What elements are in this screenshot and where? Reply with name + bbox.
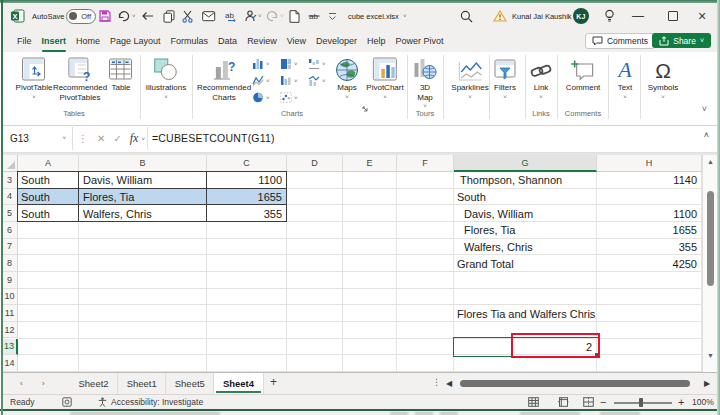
signature-dropdown-chevron[interactable]: ˅ (258, 2, 262, 30)
row-header-7[interactable]: 7 (2, 239, 18, 256)
horizontal-scroll-thumb[interactable] (460, 380, 690, 387)
waterfall-chart-button[interactable]: ˅ (308, 58, 326, 69)
insert-function-chevron[interactable]: ˅ (141, 136, 145, 142)
hierarchy-chart-button[interactable]: ˅ (280, 58, 298, 69)
enter-formula-icon[interactable]: ✓ (113, 133, 121, 144)
scroll-left-arrow[interactable]: ◀ (446, 379, 452, 388)
scroll-right-arrow[interactable]: ▶ (704, 379, 710, 388)
ribbon-tab-file[interactable]: File (12, 30, 37, 52)
comment-button[interactable]: Comment (566, 55, 601, 93)
vertical-scrollbar[interactable]: ▲ ▼ (702, 155, 718, 372)
scrollbar-drag-dots-icon[interactable]: ⋮ (432, 377, 441, 387)
pivottable-button[interactable]: PivotTable ˅ (16, 55, 53, 100)
combo-chart-button[interactable]: ˅ (308, 75, 326, 86)
row-header-9[interactable]: 9 (2, 272, 18, 289)
scatter-chart-button[interactable]: ˅ (280, 92, 298, 103)
3d-map-button[interactable]: 3D Map ˅ (413, 55, 438, 109)
cell-G7[interactable]: Walfers, Chris (454, 239, 597, 256)
row-header-4[interactable]: 4 (2, 189, 18, 206)
scroll-up-arrow[interactable]: ▲ (703, 157, 718, 167)
line-chart-button[interactable]: ˅ (252, 75, 270, 86)
vertical-scroll-thumb[interactable] (707, 191, 714, 286)
insert-function-icon[interactable]: fx (130, 131, 139, 146)
horizontal-scrollbar[interactable] (458, 378, 700, 389)
page-break-view-button[interactable] (583, 395, 594, 409)
row-header-13[interactable]: 13 (2, 339, 18, 356)
warning-icon[interactable] (493, 2, 507, 30)
row-header-8[interactable]: 8 (2, 255, 18, 272)
symbols-button[interactable]: Ω Symbols ˅ (648, 55, 679, 100)
charts-dialog-launcher-icon[interactable] (362, 106, 369, 113)
zoom-level[interactable]: 100% (692, 395, 714, 409)
cancel-formula-icon[interactable]: ✕ (97, 133, 105, 144)
collapse-formula-bar-chevron[interactable]: ˄ (704, 130, 709, 140)
ribbon-tab-power-pivot[interactable]: Power Pivot (391, 30, 449, 52)
find-replace-icon[interactable]: ab (225, 2, 239, 30)
column-header-f[interactable]: F (397, 155, 454, 172)
column-header-g[interactable]: G (454, 155, 597, 172)
strikethrough-icon[interactable]: ab (308, 2, 322, 30)
redo-icon[interactable] (266, 2, 279, 30)
column-chart-button[interactable]: ˅ (252, 58, 270, 69)
email-icon[interactable] (202, 2, 216, 30)
formula-input[interactable]: =CUBESETCOUNT(G11) (152, 132, 275, 144)
redo-dropdown-chevron[interactable]: ˅ (280, 2, 284, 30)
cell-G5[interactable]: Davis, William (454, 205, 597, 222)
column-header-a[interactable]: A (18, 155, 79, 172)
cell-G11[interactable]: Flores Tia and Walfers Chris (454, 305, 597, 322)
close-button[interactable]: × (698, 2, 706, 30)
autosave-toggle[interactable]: Off (66, 2, 96, 30)
name-box-chevron[interactable]: ˅ (62, 135, 66, 141)
sheet-nav-right-arrow[interactable]: › (42, 373, 45, 394)
accessibility-status[interactable]: Accessibility: Investigate (98, 395, 203, 409)
qat-more-icon[interactable] (328, 2, 337, 30)
back-arrow-icon[interactable] (141, 2, 154, 30)
share-button[interactable]: Share ˅ (652, 33, 711, 48)
excel-logo-icon[interactable]: X (11, 2, 25, 30)
pie-chart-button[interactable]: ˅ (252, 92, 270, 103)
column-header-h[interactable]: H (597, 155, 702, 172)
cell-G3[interactable]: Thompson, Shannon (454, 172, 597, 189)
undo-dropdown-chevron[interactable]: ˅ (132, 2, 136, 30)
column-header-b[interactable]: B (79, 155, 207, 172)
cell-H3[interactable]: 1140 (597, 172, 702, 189)
maps-button[interactable]: Maps ˅ (335, 55, 359, 100)
recommended-charts-button[interactable]: ? Recommended Charts (197, 55, 251, 102)
column-header-d[interactable]: D (287, 155, 343, 172)
zoom-slider-track[interactable] (614, 402, 672, 404)
sparklines-button[interactable]: Sparklines ˅ (451, 55, 488, 100)
ribbon-tab-insert[interactable]: Insert (37, 30, 72, 52)
cell-G4[interactable]: South (454, 189, 597, 206)
text-button[interactable]: A Text ˅ (618, 55, 633, 100)
cell-G6[interactable]: Flores, Tia (454, 222, 597, 239)
ribbon-tab-home[interactable]: Home (71, 30, 105, 52)
avatar[interactable]: KJ (573, 2, 589, 30)
row-header-3[interactable]: 3 (2, 172, 18, 189)
zoom-out-button[interactable]: − (600, 395, 606, 409)
row-header-10[interactable]: 10 (2, 289, 18, 306)
save-icon[interactable] (99, 2, 111, 30)
document-title[interactable]: cube excel.xlsx (348, 2, 399, 30)
page-layout-view-button[interactable] (558, 395, 569, 409)
illustrations-button[interactable]: Illustrations ˅ (146, 55, 186, 100)
cell-H7[interactable]: 355 (597, 239, 702, 256)
zoom-in-button[interactable]: + (678, 395, 684, 409)
macro-record-icon[interactable] (62, 395, 72, 409)
ribbon-tab-review[interactable]: Review (242, 30, 282, 52)
column-header-e[interactable]: E (343, 155, 397, 172)
row-header-6[interactable]: 6 (2, 222, 18, 239)
sheet-tab-sheet5[interactable]: Sheet5 (166, 373, 214, 394)
sheet-tab-sheet1[interactable]: Sheet1 (118, 373, 166, 394)
filters-button[interactable]: Filters ˅ (493, 55, 517, 100)
scroll-down-arrow[interactable]: ▼ (703, 351, 718, 361)
collapse-ribbon-chevron[interactable]: ˅ (702, 104, 707, 114)
ribbon-tab-help[interactable]: Help (362, 30, 391, 52)
pivotchart-button[interactable]: PivotChart ˅ (366, 55, 403, 100)
undo-icon[interactable] (117, 2, 130, 30)
copy-icon[interactable] (163, 2, 175, 30)
recommended-pivottables-button[interactable]: ? Recommended PivotTables (53, 55, 107, 102)
lightbulb-icon[interactable] (604, 2, 615, 30)
select-all-corner[interactable] (2, 155, 18, 172)
title-dropdown-chevron[interactable]: ˅ (403, 2, 407, 30)
sheet-nav-left-arrow[interactable]: ‹ (20, 373, 23, 394)
